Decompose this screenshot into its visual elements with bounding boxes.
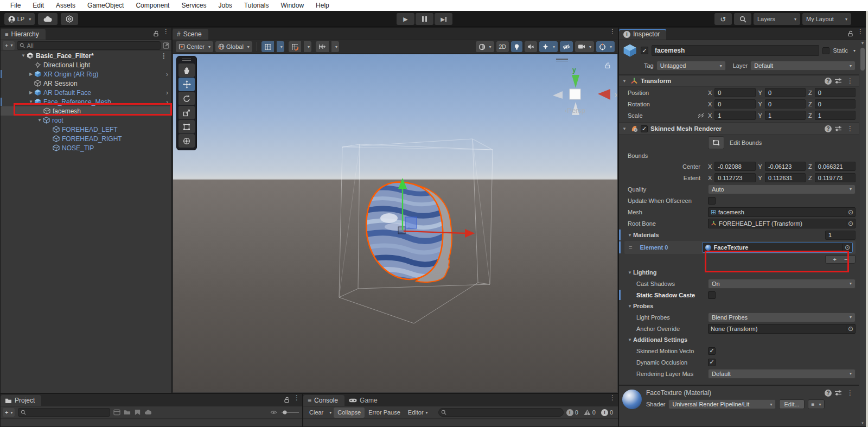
- name-field[interactable]: facemesh: [652, 45, 819, 56]
- layer-dropdown[interactable]: Default▾: [750, 61, 856, 71]
- center-x-field[interactable]: -0.02088: [714, 162, 755, 171]
- center-y-field[interactable]: -0.06123: [765, 162, 806, 171]
- lock-icon[interactable]: [284, 397, 290, 403]
- position-z-field[interactable]: 0: [815, 88, 856, 97]
- menu-assets[interactable]: Assets: [50, 2, 81, 9]
- preset-icon[interactable]: [834, 125, 842, 132]
- hierarchy-item-facemesh[interactable]: facemesh: [1, 106, 171, 116]
- inspector-scrollbar[interactable]: ▼ ▾: [859, 40, 866, 426]
- search-by-type-icon[interactable]: [113, 409, 120, 416]
- tab-console[interactable]: ≡ Console: [303, 395, 344, 406]
- rotation-x-field[interactable]: 0: [714, 99, 755, 109]
- undo-history-button[interactable]: ↺: [714, 13, 732, 25]
- transform-header[interactable]: ▼ Transform ? ⋮: [619, 75, 859, 87]
- component-enabled-checkbox[interactable]: ✓: [641, 125, 648, 132]
- camera-settings-dropdown[interactable]: ▾: [575, 41, 594, 52]
- shading-mode-dropdown[interactable]: ▾: [476, 41, 494, 52]
- project-search-input[interactable]: [18, 408, 110, 417]
- menu-file[interactable]: File: [4, 2, 27, 9]
- overlay-drag-handle[interactable]: [177, 56, 196, 63]
- scene-viewport[interactable]: y x ‹Persp: [173, 54, 617, 392]
- menu-help[interactable]: Help: [310, 2, 335, 9]
- project-create-button[interactable]: +▾: [3, 408, 15, 417]
- gizmo-overlay-handle[interactable]: [556, 58, 568, 61]
- snap-toggle[interactable]: [289, 41, 301, 52]
- axis-x-cone[interactable]: [598, 89, 610, 100]
- scene-row[interactable]: ▼ Basic_Face_Filter* ⋮: [1, 51, 171, 60]
- info-count-badge[interactable]: ! 0: [564, 409, 581, 416]
- hierarchy-search-input[interactable]: All: [17, 41, 161, 50]
- move-tool[interactable]: [178, 78, 195, 91]
- material-element-row[interactable]: = Element 0 FaceTexture ⊙: [624, 241, 856, 254]
- drag-handle-icon[interactable]: =: [629, 244, 632, 251]
- rect-tool[interactable]: [178, 120, 195, 133]
- orientation-dropdown[interactable]: Global▾: [215, 41, 252, 52]
- unity-hub-button[interactable]: [61, 13, 78, 25]
- editor-dropdown[interactable]: Editor▾: [404, 407, 432, 418]
- preset-icon[interactable]: [834, 78, 842, 84]
- prefab-nav-icon[interactable]: ›: [166, 89, 168, 97]
- error-count-badge[interactable]: ! 0: [598, 409, 616, 416]
- clear-dropdown[interactable]: ▾: [325, 407, 334, 418]
- create-button[interactable]: + ▾: [3, 41, 15, 50]
- xy-plane-handle[interactable]: [405, 217, 417, 228]
- shader-dropdown[interactable]: Universal Render Pipeline/Lit▾: [668, 399, 776, 409]
- hierarchy-item-ar-session[interactable]: AR Session: [1, 79, 171, 88]
- 2d-toggle[interactable]: 2D: [496, 41, 509, 52]
- extent-z-field[interactable]: 0.119773: [815, 173, 856, 182]
- search-by-label-icon[interactable]: [124, 409, 131, 416]
- object-picker-icon[interactable]: ⊙: [846, 208, 855, 216]
- snap-dropdown[interactable]: ▾: [304, 41, 311, 52]
- pause-button[interactable]: [416, 13, 433, 25]
- material-preview-sphere[interactable]: [622, 390, 642, 409]
- hierarchy-item-ar-default-face[interactable]: ▶ AR Default Face ›: [1, 88, 171, 97]
- help-icon[interactable]: ?: [825, 125, 832, 132]
- dynamic-occlusion-checkbox[interactable]: ✓: [708, 359, 716, 366]
- pivot-dropdown[interactable]: Center▾: [176, 41, 213, 52]
- help-icon[interactable]: ?: [825, 390, 832, 397]
- active-checkbox[interactable]: ✓: [641, 47, 648, 54]
- warning-count-badge[interactable]: 0: [581, 409, 598, 416]
- hierarchy-item-xr-origin[interactable]: ▶ XR Origin (AR Rig) ›: [1, 69, 171, 79]
- layout-dropdown[interactable]: My Layout ▾: [802, 13, 851, 25]
- menu-tutorials[interactable]: Tutorials: [238, 2, 275, 9]
- hidden-count-icon[interactable]: [270, 409, 277, 416]
- hierarchy-item-root[interactable]: ▼ root: [1, 116, 171, 125]
- grid-snapping-toggle[interactable]: [261, 41, 274, 52]
- layers-dropdown[interactable]: Layers ▾: [754, 13, 800, 25]
- kebab-menu-icon[interactable]: ⋮: [161, 28, 171, 40]
- tab-hierarchy[interactable]: ≡ Hierarchy: [1, 29, 46, 40]
- hierarchy-item-forehead-right[interactable]: FOREHEAD_RIGHT: [1, 134, 171, 143]
- gizmo-center-cube[interactable]: [570, 89, 580, 99]
- scale-z-field[interactable]: 1: [815, 111, 856, 120]
- kebab-menu-icon[interactable]: ⋮: [845, 77, 856, 85]
- skinned-mesh-renderer-header[interactable]: ▼ ✓ Skinned Mesh Renderer ? ⋮: [619, 123, 859, 135]
- kebab-menu-icon[interactable]: ⋮: [607, 394, 618, 406]
- position-y-field[interactable]: 0: [765, 88, 806, 97]
- static-checkbox[interactable]: [822, 47, 829, 54]
- prefab-nav-icon[interactable]: ›: [166, 71, 168, 78]
- constrain-proportions-icon[interactable]: [697, 112, 705, 119]
- scrollbar-thumb[interactable]: [860, 48, 865, 71]
- add-element-button[interactable]: +: [833, 256, 837, 263]
- hierarchy-item-forehead-left[interactable]: FOREHEAD_LEFT: [1, 125, 171, 134]
- kebab-menu-icon[interactable]: ⋮: [607, 28, 618, 40]
- object-picker-icon[interactable]: ⊙: [846, 325, 855, 333]
- rotation-z-field[interactable]: 0: [815, 99, 856, 109]
- anchor-override-field[interactable]: None (Transform) ⊙: [708, 324, 856, 334]
- tab-inspector[interactable]: i Inspector: [619, 29, 666, 40]
- play-button[interactable]: ▶: [397, 13, 414, 25]
- kebab-menu-icon[interactable]: ⋮: [158, 52, 169, 60]
- scale-x-field[interactable]: 1: [714, 111, 755, 120]
- kebab-menu-icon[interactable]: ⋮: [845, 125, 856, 132]
- center-z-field[interactable]: 0.066321: [815, 162, 856, 171]
- error-pause-toggle[interactable]: Error Pause: [365, 407, 404, 418]
- rotate-tool[interactable]: [178, 92, 195, 105]
- kebab-menu-icon[interactable]: ⋮: [845, 389, 856, 397]
- account-button[interactable]: LP ▾: [4, 13, 35, 25]
- remove-element-button[interactable]: −: [844, 256, 847, 263]
- transform-tool[interactable]: [178, 134, 195, 148]
- step-button[interactable]: ▶: [435, 13, 452, 25]
- gizmos-dropdown[interactable]: ▾: [596, 41, 615, 52]
- static-shadow-caster-checkbox[interactable]: [708, 291, 716, 299]
